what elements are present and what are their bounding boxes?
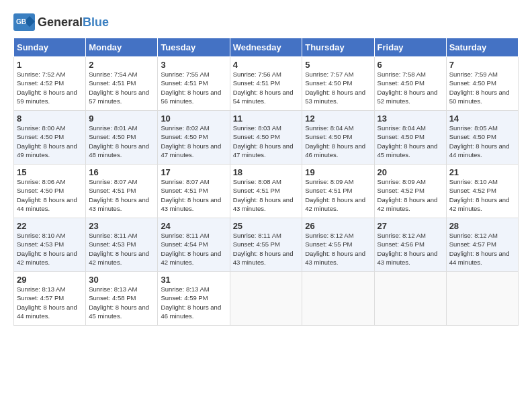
day-info: Sunrise: 8:07 AMSunset: 4:51 PMDaylight:… <box>161 177 226 213</box>
calendar-cell: 8Sunrise: 8:00 AMSunset: 4:50 PMDaylight… <box>14 111 86 165</box>
calendar-cell: 7Sunrise: 7:59 AMSunset: 4:50 PMDaylight… <box>446 57 518 111</box>
day-info: Sunrise: 8:10 AMSunset: 4:53 PMDaylight:… <box>17 231 83 267</box>
calendar-cell <box>230 272 302 326</box>
day-number: 4 <box>233 60 300 70</box>
calendar-cell <box>446 272 518 326</box>
calendar-day-header: Friday <box>374 38 446 57</box>
calendar-week-row: 15Sunrise: 8:06 AMSunset: 4:50 PMDayligh… <box>14 165 519 218</box>
calendar-cell: 9Sunrise: 8:01 AMSunset: 4:50 PMDaylight… <box>86 111 158 165</box>
calendar-cell: 20Sunrise: 8:09 AMSunset: 4:52 PMDayligh… <box>374 165 446 218</box>
day-number: 31 <box>161 275 226 285</box>
day-number: 30 <box>89 275 154 285</box>
calendar-cell: 25Sunrise: 8:11 AMSunset: 4:55 PMDayligh… <box>230 218 302 272</box>
day-number: 11 <box>233 113 300 124</box>
day-info: Sunrise: 8:05 AMSunset: 4:50 PMDaylight:… <box>449 124 515 159</box>
calendar-cell: 30Sunrise: 8:13 AMSunset: 4:58 PMDayligh… <box>86 272 158 326</box>
calendar-cell: 11Sunrise: 8:03 AMSunset: 4:50 PMDayligh… <box>230 111 302 165</box>
day-number: 14 <box>449 113 515 124</box>
calendar-table: SundayMondayTuesdayWednesdayThursdayFrid… <box>13 38 519 326</box>
day-info: Sunrise: 8:12 AMSunset: 4:57 PMDaylight:… <box>449 231 515 267</box>
calendar-cell: 4Sunrise: 7:56 AMSunset: 4:51 PMDaylight… <box>230 57 302 111</box>
logo-icon: GB <box>13 13 35 31</box>
logo-blue: Blue <box>83 15 109 29</box>
day-info: Sunrise: 8:11 AMSunset: 4:55 PMDaylight:… <box>233 231 300 267</box>
day-number: 20 <box>378 167 443 177</box>
calendar-cell: 6Sunrise: 7:58 AMSunset: 4:50 PMDaylight… <box>374 57 446 111</box>
day-number: 27 <box>378 221 443 231</box>
day-info: Sunrise: 8:10 AMSunset: 4:52 PMDaylight:… <box>449 177 515 213</box>
calendar-cell: 31Sunrise: 8:13 AMSunset: 4:59 PMDayligh… <box>158 272 230 326</box>
calendar-cell: 27Sunrise: 8:12 AMSunset: 4:56 PMDayligh… <box>374 218 446 272</box>
calendar-day-header: Sunday <box>14 38 86 57</box>
day-number: 25 <box>233 221 300 231</box>
day-info: Sunrise: 7:52 AMSunset: 4:52 PMDaylight:… <box>17 70 83 105</box>
day-number: 17 <box>161 167 226 177</box>
day-info: Sunrise: 8:13 AMSunset: 4:59 PMDaylight:… <box>161 285 226 320</box>
day-number: 6 <box>378 60 443 70</box>
day-number: 29 <box>17 275 83 285</box>
day-number: 7 <box>449 60 515 70</box>
calendar-cell <box>302 272 374 326</box>
day-number: 22 <box>17 221 83 231</box>
day-info: Sunrise: 7:57 AMSunset: 4:50 PMDaylight:… <box>305 70 371 105</box>
day-info: Sunrise: 8:04 AMSunset: 4:50 PMDaylight:… <box>305 124 371 159</box>
calendar-cell: 28Sunrise: 8:12 AMSunset: 4:57 PMDayligh… <box>446 218 518 272</box>
day-info: Sunrise: 8:03 AMSunset: 4:50 PMDaylight:… <box>233 124 300 159</box>
calendar-cell: 10Sunrise: 8:02 AMSunset: 4:50 PMDayligh… <box>158 111 230 165</box>
day-number: 9 <box>89 113 154 124</box>
day-info: Sunrise: 8:12 AMSunset: 4:55 PMDaylight:… <box>305 231 371 267</box>
calendar-day-header: Monday <box>86 38 158 57</box>
day-info: Sunrise: 8:04 AMSunset: 4:50 PMDaylight:… <box>378 124 443 159</box>
calendar-cell: 5Sunrise: 7:57 AMSunset: 4:50 PMDaylight… <box>302 57 374 111</box>
day-number: 1 <box>17 60 83 70</box>
page-header: GB GeneralBlue <box>13 13 519 31</box>
day-number: 12 <box>305 113 371 124</box>
day-number: 26 <box>305 221 371 231</box>
calendar-cell: 21Sunrise: 8:10 AMSunset: 4:52 PMDayligh… <box>446 165 518 218</box>
day-number: 15 <box>17 167 83 177</box>
day-number: 18 <box>233 167 300 177</box>
day-info: Sunrise: 8:12 AMSunset: 4:56 PMDaylight:… <box>378 231 443 267</box>
calendar-week-row: 1Sunrise: 7:52 AMSunset: 4:52 PMDaylight… <box>14 57 519 111</box>
day-number: 2 <box>89 60 154 70</box>
day-info: Sunrise: 8:07 AMSunset: 4:51 PMDaylight:… <box>89 177 154 213</box>
day-info: Sunrise: 8:13 AMSunset: 4:58 PMDaylight:… <box>89 285 154 320</box>
calendar-cell: 29Sunrise: 8:13 AMSunset: 4:57 PMDayligh… <box>14 272 86 326</box>
day-number: 5 <box>305 60 371 70</box>
day-info: Sunrise: 7:59 AMSunset: 4:50 PMDaylight:… <box>449 70 515 105</box>
calendar-day-header: Tuesday <box>158 38 230 57</box>
day-number: 21 <box>449 167 515 177</box>
day-number: 10 <box>161 113 226 124</box>
logo-general: General <box>38 15 83 29</box>
calendar-cell: 3Sunrise: 7:55 AMSunset: 4:51 PMDaylight… <box>158 57 230 111</box>
day-info: Sunrise: 8:06 AMSunset: 4:50 PMDaylight:… <box>17 177 83 213</box>
calendar-cell: 15Sunrise: 8:06 AMSunset: 4:50 PMDayligh… <box>14 165 86 218</box>
calendar-cell: 13Sunrise: 8:04 AMSunset: 4:50 PMDayligh… <box>374 111 446 165</box>
calendar-cell: 16Sunrise: 8:07 AMSunset: 4:51 PMDayligh… <box>86 165 158 218</box>
calendar-cell: 12Sunrise: 8:04 AMSunset: 4:50 PMDayligh… <box>302 111 374 165</box>
calendar-cell: 14Sunrise: 8:05 AMSunset: 4:50 PMDayligh… <box>446 111 518 165</box>
day-number: 24 <box>161 221 226 231</box>
day-info: Sunrise: 8:11 AMSunset: 4:53 PMDaylight:… <box>89 231 154 267</box>
day-number: 19 <box>305 167 371 177</box>
calendar-day-header: Saturday <box>446 38 518 57</box>
svg-text:GB: GB <box>16 18 26 26</box>
day-info: Sunrise: 7:56 AMSunset: 4:51 PMDaylight:… <box>233 70 300 105</box>
calendar-week-row: 29Sunrise: 8:13 AMSunset: 4:57 PMDayligh… <box>14 272 519 326</box>
calendar-cell <box>374 272 446 326</box>
day-info: Sunrise: 8:01 AMSunset: 4:50 PMDaylight:… <box>89 124 154 159</box>
day-number: 23 <box>89 221 154 231</box>
logo: GB GeneralBlue <box>13 13 109 31</box>
calendar-cell: 1Sunrise: 7:52 AMSunset: 4:52 PMDaylight… <box>14 57 86 111</box>
day-info: Sunrise: 7:58 AMSunset: 4:50 PMDaylight:… <box>378 70 443 105</box>
day-number: 28 <box>449 221 515 231</box>
day-number: 3 <box>161 60 226 70</box>
day-info: Sunrise: 8:11 AMSunset: 4:54 PMDaylight:… <box>161 231 226 267</box>
day-number: 13 <box>378 113 443 124</box>
calendar-cell: 17Sunrise: 8:07 AMSunset: 4:51 PMDayligh… <box>158 165 230 218</box>
calendar-week-row: 8Sunrise: 8:00 AMSunset: 4:50 PMDaylight… <box>14 111 519 165</box>
day-number: 16 <box>89 167 154 177</box>
calendar-cell: 22Sunrise: 8:10 AMSunset: 4:53 PMDayligh… <box>14 218 86 272</box>
calendar-cell: 18Sunrise: 8:08 AMSunset: 4:51 PMDayligh… <box>230 165 302 218</box>
day-info: Sunrise: 8:09 AMSunset: 4:52 PMDaylight:… <box>378 177 443 213</box>
